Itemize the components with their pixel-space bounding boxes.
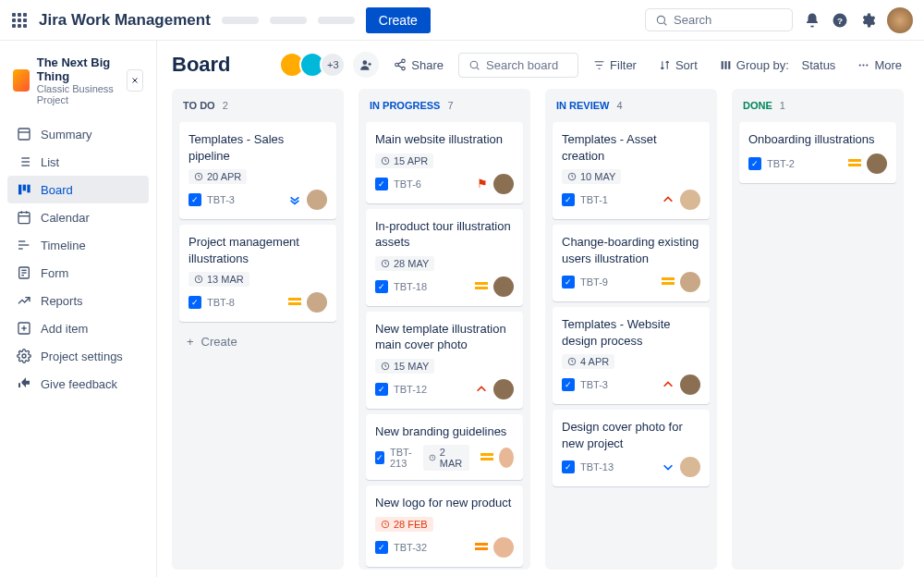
- column-title: TO DO: [183, 100, 215, 111]
- card[interactable]: Main website illustration15 APR✓TBT-6⚑: [366, 122, 523, 203]
- assignee-avatar[interactable]: [680, 272, 700, 292]
- assignee-avatar[interactable]: [307, 292, 327, 313]
- share-button[interactable]: Share: [386, 54, 451, 77]
- add-people-icon[interactable]: [353, 52, 379, 78]
- assignee-avatar[interactable]: [680, 190, 700, 210]
- assignee-avatar[interactable]: [680, 457, 700, 477]
- svg-rect-6: [12, 24, 16, 28]
- card[interactable]: Design cover photo for new project✓TBT-1…: [553, 410, 710, 486]
- sidebar-item-reports[interactable]: Reports: [7, 287, 149, 314]
- apps-switcher-icon[interactable]: [11, 12, 28, 29]
- additem-icon: [17, 321, 31, 336]
- form-icon: [17, 265, 31, 280]
- column-inreview: IN REVIEW4Templates - Asset creation10 M…: [545, 89, 717, 570]
- svg-rect-5: [23, 18, 27, 22]
- assignee-avatar[interactable]: [867, 153, 887, 174]
- column-title: IN REVIEW: [556, 100, 609, 111]
- card-key: TBT-18: [394, 281, 427, 292]
- card[interactable]: New branding guidelines✓TBT-2132 MAR: [366, 414, 523, 481]
- project-action-icon[interactable]: [127, 69, 143, 92]
- nav-placeholder[interactable]: [270, 17, 307, 24]
- sort-button[interactable]: Sort: [651, 54, 705, 77]
- svg-rect-3: [12, 18, 16, 22]
- card[interactable]: Change-boarding existing users illustrat…: [553, 225, 710, 301]
- group-by-button[interactable]: Group by: Status: [712, 54, 844, 77]
- global-search-input[interactable]: Search: [645, 8, 793, 31]
- project-icon: [13, 69, 30, 92]
- create-issue-button[interactable]: +Create: [179, 327, 336, 356]
- help-icon[interactable]: ?: [832, 12, 848, 29]
- sidebar-item-give-feedback[interactable]: Give feedback: [7, 370, 149, 398]
- sidebar-item-timeline[interactable]: Timeline: [7, 231, 149, 259]
- date-pill: 13 MAR: [188, 272, 249, 287]
- sidebar-item-label: Give feedback: [41, 377, 117, 391]
- sidebar-item-form[interactable]: Form: [7, 259, 149, 287]
- assignee-avatar[interactable]: [493, 379, 514, 399]
- svg-rect-54: [288, 298, 301, 301]
- card-footer: ✓TBT-18: [375, 276, 514, 297]
- priority-icon: [848, 157, 861, 170]
- search-board-input[interactable]: Search board: [458, 53, 578, 78]
- sidebar-item-calendar[interactable]: Calendar: [7, 203, 149, 231]
- page-title: Board: [172, 53, 231, 77]
- assignee-avatar[interactable]: [499, 448, 514, 468]
- svg-point-44: [470, 61, 478, 68]
- reports-icon: [17, 293, 31, 308]
- svg-rect-59: [475, 287, 488, 289]
- card[interactable]: In-product tour illustration assets28 MA…: [366, 209, 523, 306]
- assignee-avatar[interactable]: [680, 374, 700, 395]
- task-type-icon: ✓: [375, 451, 384, 464]
- assignee-avatar[interactable]: [493, 276, 514, 297]
- column-header: IN PROGRESS7: [366, 96, 523, 117]
- card-footer: ✓TBT-12: [375, 379, 514, 399]
- sidebar-item-board[interactable]: Board: [7, 176, 149, 203]
- card-footer: ✓TBT-8: [188, 292, 327, 313]
- card[interactable]: New logo for new product28 FEB✓TBT-32: [366, 485, 523, 567]
- card-footer: ✓TBT-9: [562, 272, 700, 292]
- assignee-avatar[interactable]: [307, 190, 327, 210]
- card-title: Project management illustrations: [188, 234, 327, 266]
- settings-icon[interactable]: [859, 12, 876, 29]
- column-title: DONE: [743, 100, 772, 111]
- assignee-avatar[interactable]: [493, 537, 514, 558]
- sidebar-item-add-item[interactable]: Add item: [7, 314, 149, 342]
- card[interactable]: Project management illustrations13 MAR✓T…: [179, 225, 336, 322]
- sidebar-item-list[interactable]: List: [7, 148, 149, 176]
- create-button[interactable]: Create: [366, 7, 431, 33]
- more-button[interactable]: More: [850, 54, 909, 77]
- sidebar-item-project-settings[interactable]: Project settings: [7, 342, 149, 370]
- card[interactable]: Templates - Sales pipeline20 APR✓TBT-3: [179, 122, 336, 219]
- task-type-icon: ✓: [748, 157, 761, 170]
- notifications-icon[interactable]: [804, 12, 821, 29]
- avatar-overflow[interactable]: +3: [320, 52, 346, 78]
- card-footer: ✓TBT-3: [188, 190, 327, 210]
- avatar-stack[interactable]: +3: [285, 52, 346, 78]
- card[interactable]: Templates - Asset creation10 MAY✓TBT-1: [553, 122, 710, 219]
- card-title: Design cover photo for new project: [562, 419, 700, 451]
- svg-point-50: [863, 64, 865, 66]
- svg-point-9: [657, 16, 664, 23]
- card[interactable]: Onboarding illustrations✓TBT-2: [739, 122, 896, 183]
- nav-placeholder[interactable]: [318, 17, 355, 24]
- settings-icon: [17, 349, 31, 363]
- priority-icon: [475, 280, 488, 293]
- assignee-avatar[interactable]: [493, 174, 514, 194]
- profile-avatar[interactable]: [887, 7, 913, 33]
- card[interactable]: Templates - Website design process4 APR✓…: [553, 307, 710, 404]
- task-type-icon: ✓: [562, 276, 575, 288]
- sidebar-item-summary[interactable]: Summary: [7, 120, 149, 148]
- card[interactable]: New template illustration main cover pho…: [366, 312, 523, 409]
- svg-rect-0: [12, 13, 16, 17]
- card-title: Main website illustration: [375, 131, 514, 148]
- priority-icon: [288, 193, 301, 206]
- date-pill: 15 APR: [375, 153, 433, 168]
- svg-rect-69: [662, 282, 675, 285]
- card-key: TBT-13: [580, 461, 614, 473]
- card-key: TBT-2: [767, 158, 795, 169]
- nav-placeholder[interactable]: [222, 17, 259, 24]
- product-logo[interactable]: Jira Work Management: [39, 11, 211, 30]
- filter-button[interactable]: Filter: [586, 54, 644, 77]
- card-key: TBT-32: [394, 542, 427, 553]
- card-key: TBT-8: [207, 297, 235, 308]
- svg-point-51: [867, 64, 869, 66]
